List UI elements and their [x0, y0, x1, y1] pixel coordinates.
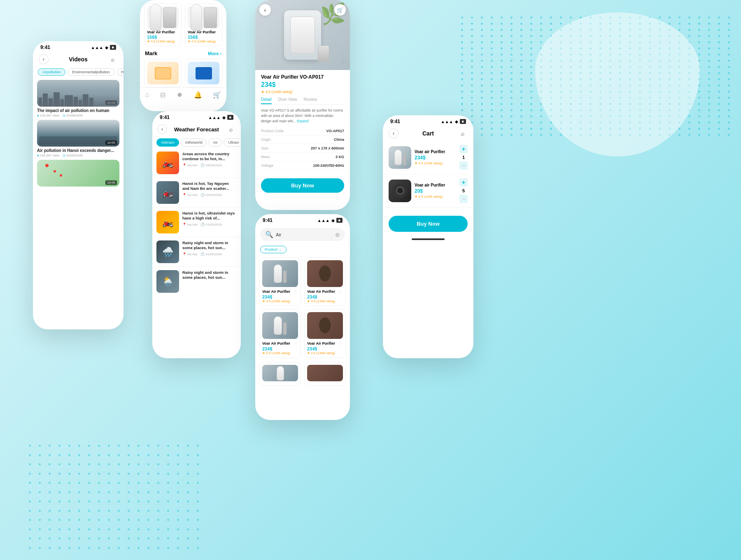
more-link[interactable]: More › — [208, 51, 221, 56]
tag-airpollution[interactable]: Airpollution — [38, 68, 65, 76]
battery-icon: ■ — [110, 45, 116, 50]
news-title-5: Rainy night and storm in some places, ho… — [182, 270, 237, 280]
purifier-icon — [150, 4, 161, 31]
search-bar[interactable]: 🔍 Air ⊗ — [260, 228, 345, 241]
tab-intheworld[interactable]: Intheworld — [181, 138, 207, 147]
qty-minus-2[interactable]: − — [459, 195, 468, 203]
result-card-2[interactable]: Voar Air Purifier ☆ 234$ ★ 4.5 (1408 rat… — [304, 257, 346, 306]
qty-number-2: 5 — [462, 188, 465, 193]
news-thumb-3: 🏍️ — [156, 211, 179, 233]
video-title-2: Air pollution in Hanoi exceeds danger... — [37, 148, 119, 153]
news-date-3: 🕐 01/09/2020 — [200, 223, 222, 226]
nav-bell[interactable]: 🔔 — [194, 91, 202, 99]
phone-cart: 9:41 ▲▲▲ ◈ ■ ‹ Cart ⌕ Voar air Purifier … — [383, 115, 473, 358]
qty-minus-1[interactable]: − — [459, 161, 468, 170]
detail-back-button[interactable]: ‹ — [259, 4, 271, 16]
product-rating-1: ★ 4.5 (1408 rating) — [147, 40, 179, 43]
product-card-2[interactable]: Voar Air Purifier 156$ ★ 4.5 (1408 ratin… — [185, 3, 222, 46]
nav-profile[interactable]: ☻ — [176, 91, 183, 99]
weather-search-button[interactable]: ⌕ — [226, 124, 236, 134]
videos-title: Videos — [49, 56, 108, 63]
status-icons-cart: ▲▲▲ ◈ ■ — [441, 119, 466, 124]
result-card-6[interactable] — [304, 362, 346, 386]
video-item-1[interactable]: 03:05 The impact of air pollution on hum… — [37, 80, 119, 117]
product-card-1[interactable]: Voar Air Purifier 156$ ★ 4.5 (1408 ratin… — [144, 3, 182, 46]
news-thumb-1: 🏍️ — [156, 152, 179, 174]
weather-header: ‹ Weather Forecast ⌕ — [152, 122, 241, 137]
mask-card-1[interactable] — [144, 59, 182, 87]
phone-search: 9:41 ▲▲▲ ◈ ■ 🔍 Air ⊗ Product ⌄ Voar Air — [255, 214, 350, 420]
cart-search-button[interactable]: ⌕ — [458, 128, 468, 138]
status-icons-weather: ▲▲▲ ◈ ■ — [208, 115, 233, 120]
search-button[interactable]: ⌕ — [108, 54, 118, 64]
video-duration-3: 10:05 — [105, 180, 117, 185]
mask-img-2 — [188, 62, 219, 84]
qty-number-1: 1 — [462, 155, 465, 160]
battery-icon-c: ■ — [460, 119, 466, 124]
cart-buy-button[interactable]: Buy Now — [389, 216, 468, 232]
fav-icon-2[interactable]: ☆ — [338, 289, 343, 294]
tab-detail[interactable]: Detail — [261, 97, 272, 104]
news-content-4: Rainy night and storm in some places, ho… — [182, 240, 237, 263]
qty-plus-1[interactable]: + — [459, 145, 468, 153]
spec-label-code: Product Code — [261, 129, 284, 133]
tab-overview[interactable]: Over View — [278, 97, 297, 104]
news-meta-2: 📍 Ha Noi 🕐 02/09/2020 — [182, 193, 237, 197]
product-hero-image — [284, 10, 321, 60]
search-input[interactable]: Air — [276, 232, 333, 237]
news-item-2[interactable]: 🏍️ Hanoi is hot, Tay Nguyen and Nam Bo a… — [152, 178, 241, 208]
nav-cart[interactable]: 🛒 — [213, 91, 221, 99]
cart-item-img-2 — [389, 180, 411, 202]
expand-link[interactable]: Expand — [297, 119, 309, 123]
qty-plus-2[interactable]: + — [459, 178, 468, 187]
news-title-4: Rainy night and storm in some places, ho… — [182, 240, 237, 251]
nav-bookmark[interactable]: ⊟ — [160, 91, 165, 99]
detail-cart-button[interactable]: 🛒 — [334, 4, 346, 16]
news-title-1: Areas across the country continue to be … — [182, 152, 237, 162]
result-rating-3: ★ 4.5 (1408 rating) — [262, 351, 298, 355]
result-img-6 — [307, 365, 343, 381]
cart-back-button[interactable]: ‹ — [389, 128, 398, 138]
mask-img-1 — [147, 62, 179, 84]
tab-ultravi[interactable]: Ultravi — [224, 138, 241, 147]
news-date-2: 🕐 02/09/2020 — [200, 193, 222, 197]
clear-search-button[interactable]: ⊗ — [335, 231, 340, 238]
fav-icon-4[interactable]: ☆ — [338, 341, 343, 346]
news-item-1[interactable]: 🏍️ Areas across the country continue to … — [152, 148, 241, 178]
spec-label-voltage: Voltage — [261, 163, 273, 168]
detail-buy-button[interactable]: Buy Now — [261, 178, 344, 193]
news-item-4[interactable]: 🌧️ Rainy night and storm in some places,… — [152, 237, 241, 267]
tag-h[interactable]: H — [117, 68, 124, 76]
fav-icon-1[interactable]: ☆ — [294, 289, 298, 294]
product-filter-chip[interactable]: Product ⌄ — [260, 246, 287, 253]
product-img-1 — [147, 6, 179, 29]
cloud-decoration — [535, 12, 700, 156]
video-item-2[interactable]: 10:05 Air pollution in Hanoi exceeds dan… — [37, 120, 119, 157]
fav-icon-3[interactable]: ☆ — [294, 341, 298, 346]
nav-home[interactable]: ⌂ — [145, 91, 149, 99]
tab-review[interactable]: Review — [304, 97, 317, 104]
result-card-1[interactable]: Voar Air Purifier ☆ 234$ ★ 4.5 (1408 rat… — [259, 257, 301, 306]
news-item-5[interactable]: 🌦️ Rainy night and storm in some places,… — [152, 267, 241, 296]
news-item-3[interactable]: 🏍️ Hanoi is hot, ultraviolet rays have a… — [152, 208, 241, 237]
tab-air[interactable]: Air — [208, 138, 222, 147]
tag-envpollution[interactable]: Environmentalpollution — [68, 68, 114, 76]
video-item-3[interactable]: 10:05 — [37, 160, 119, 187]
purifier-body — [290, 16, 315, 54]
cart-item-2: Voar air Purifier 20$ ★ 4.5 (1408 rating… — [383, 174, 473, 208]
detail-price: 234$ — [261, 81, 344, 89]
favorite-icon[interactable]: ☆ — [340, 58, 346, 66]
result-card-4[interactable]: Voar Air Purifier ☆ 234$ ★ 4.5 (1408 rat… — [304, 309, 346, 358]
spec-value-origin: China — [334, 138, 344, 142]
back-button[interactable]: ‹ — [39, 54, 49, 64]
tab-vietnam[interactable]: Vietnam — [156, 138, 179, 147]
weather-back-button[interactable]: ‹ — [157, 124, 167, 134]
mask-card-2[interactable] — [185, 59, 222, 87]
video-meta-2: ● 120,347 view ◷ 31/08/2020 — [37, 154, 119, 157]
product-name-1: Voar Air Purifier — [147, 30, 179, 34]
status-time-weather: 9:41 — [160, 114, 170, 120]
result-card-3[interactable]: Voar Air Purifier ☆ 234$ ★ 4.5 (1408 rat… — [259, 309, 301, 358]
mark-top-products: Voar Air Purifier 156$ ★ 4.5 (1408 ratin… — [140, 0, 226, 48]
result-card-5[interactable] — [259, 362, 301, 386]
spec-row-origin: Origin China — [261, 135, 344, 144]
